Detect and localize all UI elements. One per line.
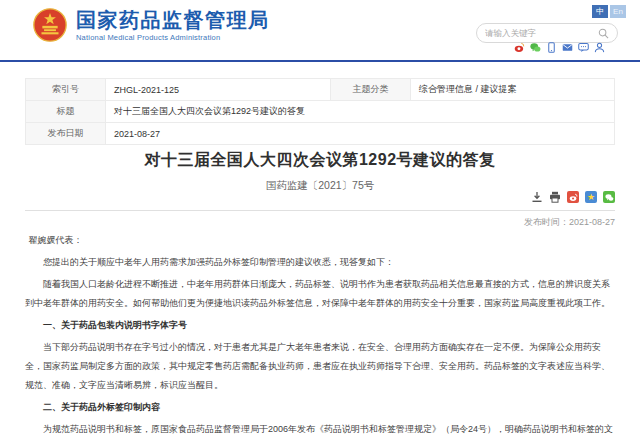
article-body: 翟婉媛代表： 您提出的关于顺应中老年人用药需求加强药品外标签印制管理的建议收悉，…	[25, 231, 615, 438]
section-heading-2: 二、关于药品外标签印制内容	[25, 398, 615, 417]
table-row: 索引号 ZHGL-2021-125 主题分类 综合管理信息 / 建议提案	[26, 79, 615, 101]
meta-value-category: 综合管理信息 / 建议提案	[411, 79, 615, 101]
lang-en-button[interactable]: En	[610, 5, 626, 18]
paragraph: 随着我国人口老龄化进程不断推进，中老年用药群体日渐庞大，药品标签、说明书作为患者…	[25, 275, 615, 313]
weibo-icon[interactable]	[514, 42, 525, 53]
meta-label-date: 发布日期	[26, 123, 106, 145]
meta-value-index: ZHGL-2021-125	[106, 79, 331, 101]
user-icon[interactable]	[594, 42, 605, 53]
wechat-glyph	[605, 193, 614, 202]
meta-value-title: 对十三届全国人大四次会议第1292号建议的答复	[106, 101, 615, 123]
email-icon[interactable]	[562, 42, 573, 53]
paragraph: 您提出的关于顺应中老年人用药需求加强药品外标签印制管理的建议收悉，现答复如下：	[25, 253, 615, 272]
share-weibo-icon[interactable]	[567, 191, 579, 203]
language-toggle: 中 En	[592, 5, 626, 18]
brand-title-cn: 国家药品监督管理局	[76, 9, 270, 31]
divider	[25, 210, 615, 211]
publish-time-value: 2021-08-27	[569, 217, 615, 227]
share-qzone-icon[interactable]: ★	[585, 191, 597, 203]
share-wechat-icon[interactable]	[603, 191, 615, 203]
site-logo[interactable]: 国家药品监督管理局 National Medical Products Admi…	[33, 8, 270, 42]
star-glyph: ★	[587, 191, 595, 203]
meta-label-index: 索引号	[26, 79, 106, 101]
search-box[interactable]	[476, 23, 618, 43]
page: 国家药品监督管理局 National Medical Products Admi…	[0, 0, 640, 438]
print-icon[interactable]	[549, 191, 561, 203]
paragraph: 当下部分药品说明书存在字号过小的情况，对于患者尤其是广大老年患者来说，在安全、合…	[25, 338, 615, 395]
national-emblem-icon	[33, 8, 67, 42]
document-meta-table: 索引号 ZHGL-2021-125 主题分类 综合管理信息 / 建议提案 标题 …	[25, 78, 615, 145]
meta-label-category: 主题分类	[331, 79, 411, 101]
header-social-icons	[514, 42, 605, 53]
download-icon[interactable]	[531, 191, 543, 203]
weibo-glyph	[569, 193, 578, 202]
search-icon[interactable]	[598, 28, 609, 39]
meta-value-date: 2021-08-27	[106, 123, 615, 145]
mobile-icon[interactable]	[546, 42, 557, 53]
message-icon[interactable]	[578, 42, 589, 53]
page-title: 对十三届全国人大四次会议第1292号建议的答复	[0, 150, 640, 171]
search-input[interactable]	[485, 28, 598, 38]
site-header: 国家药品监督管理局 National Medical Products Admi…	[0, 0, 640, 62]
publish-time-label: 发布时间：	[524, 217, 569, 227]
table-row: 标题 对十三届全国人大四次会议第1292号建议的答复	[26, 101, 615, 123]
brand-title-en: National Medical Products Administration	[76, 33, 270, 42]
brand-text: 国家药品监督管理局 National Medical Products Admi…	[76, 9, 270, 42]
lang-zh-button[interactable]: 中	[592, 5, 608, 18]
article-toolbar: ★	[531, 191, 615, 203]
wechat-icon[interactable]	[530, 42, 541, 53]
paragraph: 为规范药品说明书和标签，原国家食品药品监督管理局于2006年发布《药品说明书和标…	[25, 420, 615, 438]
table-row: 发布日期 2021-08-27	[26, 123, 615, 145]
publish-time: 发布时间：2021-08-27	[524, 216, 615, 229]
salutation: 翟婉媛代表：	[25, 231, 615, 250]
meta-label-title: 标题	[26, 101, 106, 123]
section-heading-1: 一、关于药品包装内说明书字体字号	[25, 316, 615, 335]
